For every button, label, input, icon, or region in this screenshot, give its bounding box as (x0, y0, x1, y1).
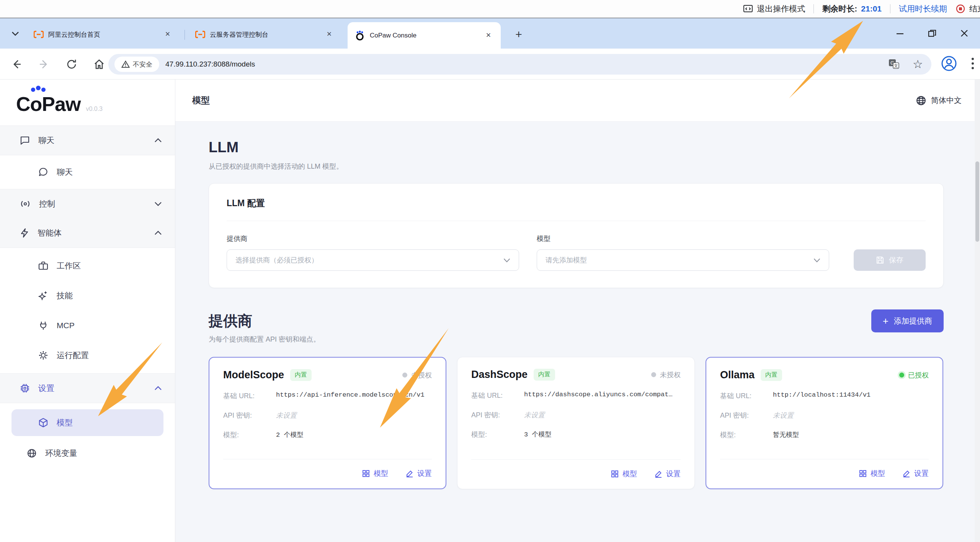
builtin-badge: 内置 (761, 369, 782, 381)
stop-icon (956, 4, 965, 14)
bookmark-star-icon[interactable]: ☆ (913, 59, 923, 70)
llm-section-title: LLM (209, 139, 944, 156)
chevron-up-icon (154, 231, 162, 235)
grid-icon (859, 470, 867, 477)
status-dot-icon (651, 372, 656, 377)
models-label: 模型: (720, 430, 773, 439)
home-button[interactable] (91, 56, 107, 72)
tab-divider (185, 30, 185, 40)
remaining-time-label: 剩余时长: (822, 3, 857, 14)
back-icon (11, 59, 22, 70)
browser-menu-icon[interactable] (971, 57, 975, 70)
provider-settings-link[interactable]: 设置 (655, 469, 681, 479)
cube-icon (38, 418, 48, 428)
api-key-label: API 密钥: (471, 410, 524, 420)
provider-settings-link[interactable]: 设置 (406, 469, 432, 479)
end-session-label: 结束 (969, 3, 980, 14)
api-key-value: 未设置 (773, 411, 794, 420)
paw-dot (36, 86, 41, 90)
tab-title: 阿里云控制台首页 (48, 30, 158, 39)
sidebar-item-workspace[interactable]: 工作区 (0, 251, 175, 281)
builtin-badge: 内置 (290, 369, 312, 381)
sidebar-section-control[interactable]: 控制 (0, 189, 175, 218)
model-select[interactable]: 请先添加模型 (537, 249, 829, 271)
end-session-button[interactable]: 结束 (956, 3, 980, 14)
tab-search-chevron-button[interactable] (7, 28, 24, 40)
llm-config-title: LLM 配置 (227, 197, 926, 209)
sidebar: CoPaw v0.0.3 聊天 聊天 控制 智能体 工作区 (0, 80, 175, 542)
restore-icon (928, 29, 937, 38)
sidebar-section-settings[interactable]: 设置 (0, 374, 175, 403)
globe-icon (27, 448, 37, 458)
sparkles-icon (38, 291, 48, 301)
page-scrollbar[interactable] (975, 80, 980, 542)
minimize-icon (895, 29, 905, 38)
tab-close-button[interactable]: × (483, 30, 494, 41)
chevron-down-icon (503, 258, 510, 262)
sidebar-item-env-vars[interactable]: 环境变量 (0, 438, 175, 468)
back-button[interactable] (8, 56, 24, 72)
exit-operation-mode-button[interactable]: 退出操作模式 (743, 3, 805, 14)
window-close-button[interactable] (958, 27, 971, 40)
site-security-chip[interactable]: 不安全 (114, 57, 159, 72)
sidebar-section-agent[interactable]: 智能体 (0, 218, 175, 247)
tab-close-button[interactable]: × (162, 29, 173, 40)
chevron-down-icon (11, 31, 19, 36)
grid-icon (362, 470, 370, 477)
app-logo: CoPaw v0.0.3 (0, 80, 175, 125)
paw-dot (41, 88, 46, 92)
exit-operation-mode-label: 退出操作模式 (757, 3, 805, 14)
provider-models-link[interactable]: 模型 (362, 469, 388, 479)
sidebar-item-mcp[interactable]: MCP (0, 311, 175, 340)
provider-settings-link[interactable]: 设置 (903, 469, 929, 479)
window-restore-button[interactable] (926, 27, 939, 40)
lightning-icon (20, 228, 29, 238)
browser-tab-copaw-console-active[interactable]: CoPaw Console × (348, 22, 501, 49)
save-button[interactable]: 保存 (854, 249, 926, 271)
api-key-label: API 密钥: (720, 411, 773, 420)
forward-button[interactable] (36, 56, 52, 72)
trial-renew-link[interactable]: 试用时长续期 (899, 3, 947, 14)
llm-section-subtitle: 从已授权的提供商中选择活动的 LLM 模型。 (209, 162, 944, 171)
provider-name: DashScope (471, 369, 528, 381)
sidebar-item-skills[interactable]: 技能 (0, 281, 175, 311)
api-key-value: 未设置 (524, 410, 545, 420)
forward-icon (38, 59, 50, 70)
aliyun-favicon (195, 29, 205, 39)
browser-tab-ecs-console[interactable]: 云服务器管理控制台 × (188, 24, 341, 45)
provider-models-link[interactable]: 模型 (859, 469, 885, 479)
add-provider-button[interactable]: + 添加提供商 (871, 309, 944, 332)
base-url-label: 基础 URL: (223, 391, 276, 400)
status-dot-icon (899, 373, 904, 378)
llm-config-card: LLM 配置 提供商 选择提供商（必须已授权） 模型 请先添加模型 (209, 183, 944, 288)
sidebar-item-chat[interactable]: 聊天 (0, 157, 175, 187)
models-count: 2 个模型 (276, 430, 303, 439)
page-title: 模型 (192, 94, 210, 106)
chat-bubble-icon (20, 135, 30, 145)
plug-icon (38, 321, 48, 330)
models-label: 模型: (471, 430, 524, 439)
sidebar-item-models-selected[interactable]: 模型 (11, 409, 163, 436)
new-tab-button[interactable]: + (512, 28, 525, 41)
language-switcher[interactable]: 简体中文 (916, 95, 962, 106)
provider-name: ModelScope (223, 369, 284, 381)
profile-avatar-icon[interactable] (941, 55, 957, 72)
api-key-label: API 密钥: (223, 411, 276, 420)
models-count: 3 个模型 (524, 430, 551, 439)
base-url-value: https://dashscope.aliyuncs.com/compat… (524, 391, 673, 400)
pencil-icon (655, 470, 662, 478)
browser-tab-aliyun-home[interactable]: 阿里云控制台首页 × (27, 24, 180, 45)
provider-select[interactable]: 选择提供商（必须已授权） (227, 249, 519, 271)
app-version: v0.0.3 (86, 106, 103, 112)
gear-icon (38, 350, 48, 360)
translate-icon[interactable]: G文 (888, 59, 900, 70)
reload-button[interactable] (64, 56, 80, 72)
provider-models-link[interactable]: 模型 (611, 469, 637, 479)
scrollbar-thumb[interactable] (975, 161, 979, 242)
base-url-label: 基础 URL: (720, 391, 773, 400)
url-text[interactable]: 47.99.110.237:8088/models (165, 60, 888, 68)
tab-close-button[interactable]: × (324, 29, 335, 40)
sidebar-section-chat[interactable]: 聊天 (0, 126, 175, 155)
window-minimize-button[interactable] (893, 27, 906, 40)
grid-icon (611, 470, 619, 478)
